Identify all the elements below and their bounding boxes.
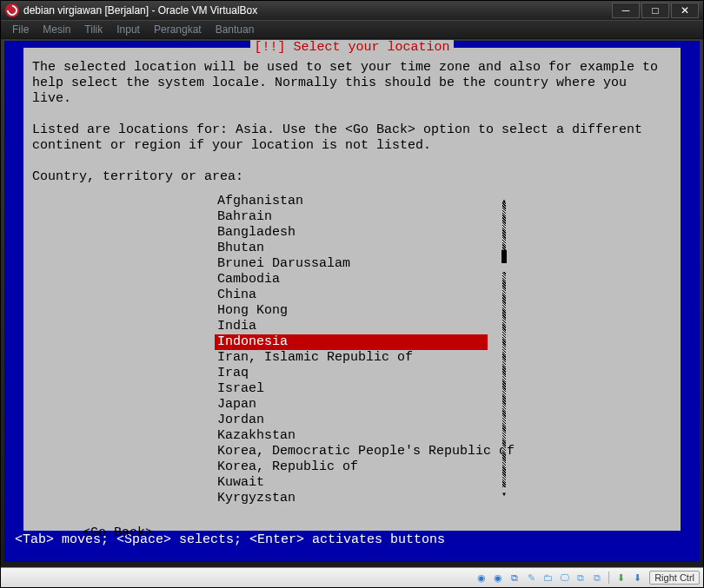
display-icon[interactable]: 🖵	[557, 571, 571, 585]
scrollbar[interactable]: ▴ ▾	[500, 194, 508, 506]
list-item[interactable]: Indonesia	[215, 334, 488, 350]
audio-icon[interactable]: ⧉	[590, 571, 604, 585]
scroll-track-bottom[interactable]	[502, 272, 506, 487]
menu-bantuan[interactable]: Bantuan	[209, 23, 262, 36]
list-item[interactable]: Bangladesh	[215, 225, 497, 241]
list-item[interactable]: Bahrain	[215, 209, 497, 225]
list-item[interactable]: Israel	[215, 381, 497, 397]
list-item[interactable]: Cambodia	[215, 272, 497, 287]
list-item[interactable]: Korea, Democratic People's Republic of	[215, 444, 497, 459]
scroll-thumb[interactable]	[501, 250, 507, 263]
go-back-button[interactable]: <Go Back>	[83, 525, 672, 541]
country-list-area: AfghanistanBahrainBangladeshBhutanBrunei…	[32, 194, 672, 506]
statusbar-divider	[608, 571, 609, 584]
list-item[interactable]: India	[215, 319, 497, 334]
vm-window: debian virgiawan [Berjalan] - Oracle VM …	[0, 0, 704, 588]
menu-input[interactable]: Input	[110, 23, 147, 36]
scroll-down-icon[interactable]: ▾	[500, 487, 508, 496]
menu-perangkat[interactable]: Perangkat	[147, 23, 209, 36]
menubar: File Mesin Tilik Input Perangkat Bantuan	[1, 20, 703, 39]
list-item[interactable]: Bhutan	[215, 241, 497, 256]
recording-icon[interactable]: ⧉	[574, 571, 588, 585]
close-button[interactable]: ✕	[671, 3, 699, 18]
mouse-integration-icon[interactable]: ⬇	[614, 571, 628, 585]
menu-file[interactable]: File	[5, 23, 36, 36]
titlebar[interactable]: debian virgiawan [Berjalan] - Oracle VM …	[1, 1, 703, 20]
list-item[interactable]: Iraq	[215, 366, 497, 381]
list-item[interactable]: Afghanistan	[215, 194, 497, 209]
window-title: debian virgiawan [Berjalan] - Oracle VM …	[23, 4, 257, 17]
list-item[interactable]: Iran, Islamic Republic of	[215, 350, 497, 366]
installer-dialog: [!!] Select your location The selected l…	[23, 48, 681, 531]
menu-tilik[interactable]: Tilik	[77, 23, 110, 36]
dialog-title: [!!] Select your location	[250, 40, 453, 55]
network-icon[interactable]: ⧉	[508, 571, 521, 585]
country-list[interactable]: AfghanistanBahrainBangladeshBhutanBrunei…	[215, 194, 497, 506]
statusbar: ◉ ◉ ⧉ ✎ 🗀 🖵 ⧉ ⧉ ⬇ ⬇ Right Ctrl	[1, 567, 703, 587]
minimize-button[interactable]: ─	[612, 3, 640, 18]
scroll-up-icon[interactable]: ▴	[500, 194, 508, 202]
list-item[interactable]: Brunei Darussalam	[215, 256, 497, 272]
list-item[interactable]: Kuwait	[215, 475, 497, 491]
vm-display[interactable]: [!!] Select your location The selected l…	[4, 41, 700, 562]
host-key-label[interactable]: Right Ctrl	[649, 571, 700, 585]
list-prompt: Country, territory or area:	[32, 169, 672, 185]
keyboard-capture-icon[interactable]: ⬇	[630, 571, 644, 585]
list-item[interactable]: Jordan	[215, 413, 497, 428]
maximize-button[interactable]: □	[641, 3, 669, 18]
shared-folder-icon[interactable]: 🗀	[541, 571, 555, 585]
virtualbox-icon	[5, 3, 19, 17]
help-text-1: The selected location will be used to se…	[32, 60, 672, 107]
list-item[interactable]: Korea, Republic of	[215, 459, 497, 475]
list-item[interactable]: Japan	[215, 397, 497, 413]
help-text-2: Listed are locations for: Asia. Use the …	[32, 122, 672, 154]
list-item[interactable]: Kyrgyzstan	[215, 491, 497, 506]
optical-icon[interactable]: ◉	[491, 571, 505, 585]
list-item[interactable]: Hong Kong	[215, 303, 497, 319]
list-item[interactable]: China	[215, 287, 497, 303]
list-item[interactable]: Kazakhstan	[215, 428, 497, 444]
scroll-track-top[interactable]	[502, 202, 506, 250]
hdd-icon[interactable]: ◉	[475, 571, 488, 585]
usb-icon[interactable]: ✎	[524, 571, 538, 585]
menu-mesin[interactable]: Mesin	[36, 23, 77, 36]
